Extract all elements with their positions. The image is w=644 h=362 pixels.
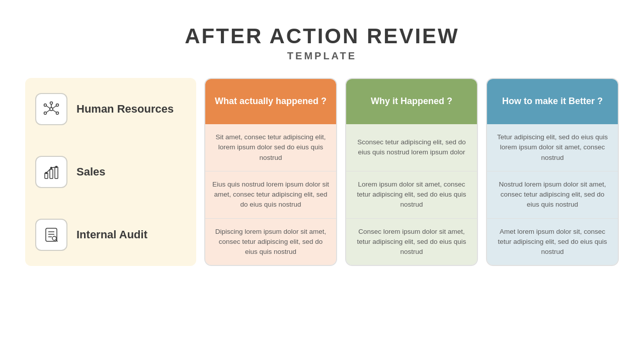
cell-hr-how: Tetur adipiscing elit, sed do eius quis …	[487, 124, 618, 171]
sales-label: Sales	[76, 165, 106, 178]
icon-box-audit	[35, 219, 67, 251]
page-title: AFTER ACTION REVIEW	[185, 24, 459, 48]
column-what-happened: What actually happened ? Sit amet, conse…	[204, 78, 337, 266]
svg-line-9	[46, 110, 50, 113]
audit-icon	[42, 226, 60, 244]
svg-point-5	[50, 102, 53, 105]
cell-audit-why: Consec lorem ipsum dolor sit amet, tetur…	[346, 219, 477, 265]
svg-rect-12	[50, 169, 53, 178]
svg-point-2	[56, 104, 59, 107]
audit-label: Internal Audit	[76, 228, 147, 241]
col-header-how-better: How to make it Better ?	[487, 79, 618, 124]
col-header-what-happened: What actually happened ?	[205, 79, 336, 124]
svg-point-14	[46, 172, 47, 174]
cell-hr-what: Sit amet, consec tetur adipiscing elit, …	[205, 124, 336, 171]
cell-sales-what: Eius quis nostrud lorem ipsum dolor sit …	[205, 171, 336, 218]
cell-sales-why: Lorem ipsum dolor sit amet, consec tetur…	[346, 171, 477, 218]
cell-audit-what: Dipiscing lorem ipsum dolor sit amet, co…	[205, 219, 336, 265]
svg-point-15	[51, 167, 52, 169]
svg-point-3	[44, 112, 47, 115]
page-header: AFTER ACTION REVIEW TEMPLATE	[185, 24, 459, 62]
row-sales: Sales	[25, 141, 196, 204]
svg-point-16	[56, 166, 57, 168]
column-why-happened: Why it Happened ? Sconsec tetur adipisci…	[345, 78, 478, 266]
svg-rect-13	[55, 167, 58, 178]
row-human-resources: Human Resources	[25, 78, 196, 141]
icon-box-hr	[35, 93, 67, 125]
col-header-why-happened: Why it Happened ?	[346, 79, 477, 124]
page-subtitle: TEMPLATE	[185, 50, 459, 62]
col-cells-why-happened: Sconsec tetur adipiscing elit, sed do ei…	[346, 124, 477, 265]
col-cells-how-better: Tetur adipiscing elit, sed do eius quis …	[487, 124, 618, 265]
svg-point-0	[50, 108, 53, 111]
column-how-better: How to make it Better ? Tetur adipiscing…	[486, 78, 619, 266]
cell-audit-how: Amet lorem ipsum dolor sit, consec tetur…	[487, 219, 618, 265]
main-grid: Human Resources Sales	[25, 78, 619, 266]
svg-line-10	[53, 110, 56, 113]
hr-label: Human Resources	[76, 103, 174, 116]
cell-hr-why: Sconsec tetur adipiscing elit, sed do ei…	[346, 124, 477, 171]
network-icon	[42, 100, 60, 118]
col-cells-what-happened: Sit amet, consec tetur adipiscing elit, …	[205, 124, 336, 265]
svg-point-1	[44, 104, 47, 107]
svg-line-8	[53, 106, 56, 109]
cell-sales-how: Nostrud lorem ipsum dolor sit amet, cons…	[487, 171, 618, 218]
left-column: Human Resources Sales	[25, 78, 196, 266]
svg-rect-17	[46, 228, 57, 241]
svg-point-4	[56, 112, 59, 115]
icon-box-sales	[35, 156, 67, 188]
svg-line-7	[46, 106, 50, 109]
chart-icon	[42, 163, 60, 181]
content-columns: What actually happened ? Sit amet, conse…	[204, 78, 619, 266]
row-internal-audit: Internal Audit	[25, 204, 196, 266]
